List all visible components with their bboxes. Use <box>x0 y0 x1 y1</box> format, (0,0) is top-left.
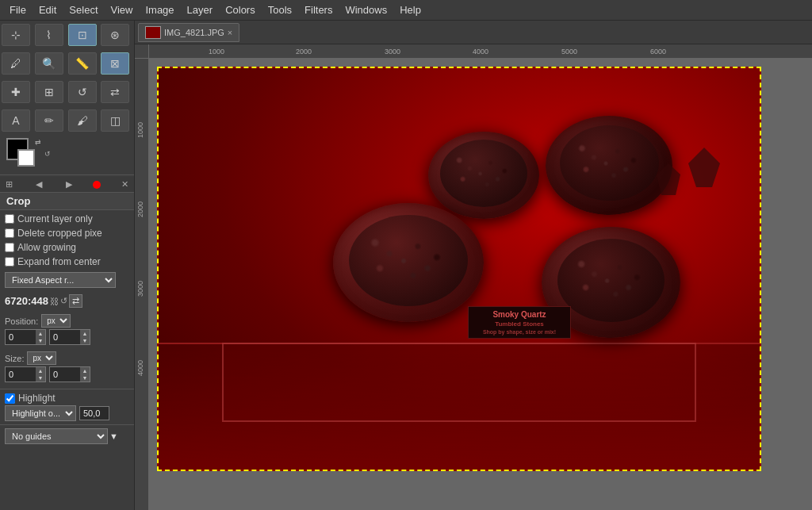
canvas-viewport[interactable]: Smoky Quartz Tumbled Stones Shop by shap… <box>149 59 812 510</box>
reset-dimensions-icon[interactable]: ↺ <box>60 296 67 306</box>
menu-windows[interactable]: Windows <box>339 2 393 17</box>
menu-file[interactable]: File <box>3 2 33 17</box>
top-ruler: 1000 2000 3000 4000 5000 6000 <box>149 44 812 59</box>
position-y-up[interactable]: ▲ <box>80 330 90 337</box>
position-y-down[interactable]: ▼ <box>80 337 90 344</box>
tab-bar: IMG_4821.JPG × <box>135 21 812 44</box>
position-y-wrap: 0 ▲ ▼ <box>49 329 90 345</box>
stones-back <box>449 147 519 201</box>
menu-edit[interactable]: Edit <box>33 2 63 17</box>
flip-tool[interactable]: ⇄ <box>101 81 129 103</box>
bowl-inner-back-right <box>560 125 659 201</box>
canvas-row: 1000 2000 3000 4000 <box>135 59 812 510</box>
current-layer-checkbox[interactable] <box>5 214 14 224</box>
ellipse-select-tool[interactable]: ⊹ <box>2 24 30 46</box>
rect-select-tool[interactable]: ⊡ <box>68 24 97 46</box>
position-x-wrap: 0 ▲ ▼ <box>5 329 46 345</box>
forward-icon[interactable]: ▶ <box>63 178 75 190</box>
size-x-spinners: ▲ ▼ <box>36 367 45 382</box>
expand-from-center-option: Expand from center <box>5 256 129 267</box>
highlight-checkbox[interactable] <box>5 393 15 404</box>
size-y-wrap: 0 ▲ ▼ <box>49 366 90 382</box>
delete-cropped-checkbox[interactable] <box>5 228 14 238</box>
highlight-section: Highlight Highlight o... <box>0 389 134 424</box>
highlight-type-select[interactable]: Highlight o... <box>5 405 76 421</box>
size-x-down[interactable]: ▼ <box>36 374 45 382</box>
size-inputs-row: 0 ▲ ▼ 0 ▲ ▼ <box>5 366 129 382</box>
fuzzy-select-tool[interactable]: ⊛ <box>101 24 129 46</box>
text-tool[interactable]: A <box>2 109 30 132</box>
toolbox: ⊹ ⌇ ⊡ ⊛ 🖊 🔍 📏 ⊠ ✚ ⊞ ↺ ⇄ A ✏ 🖌 ◫ <box>0 21 135 510</box>
size-y-down[interactable]: ▼ <box>80 374 90 382</box>
crop-tool[interactable]: ⊠ <box>101 52 129 75</box>
tool-options-panel: Current layer only Delete cropped pixe A… <box>0 210 134 387</box>
position-y-input[interactable]: 0 <box>50 331 80 343</box>
size-y-up[interactable]: ▲ <box>80 367 90 374</box>
ruler-marks-top: 1000 2000 3000 4000 5000 6000 <box>149 44 812 58</box>
no-guides-dropdown-icon[interactable]: ▼ <box>109 431 118 441</box>
allow-growing-checkbox[interactable] <box>5 243 14 252</box>
menu-layer[interactable]: Layer <box>181 2 220 17</box>
position-y-spinners: ▲ ▼ <box>80 330 90 344</box>
menu-select[interactable]: Select <box>63 2 104 17</box>
ruler-vert-1000: 1000 <box>136 122 144 138</box>
zoom-tool[interactable]: 🔍 <box>35 52 63 75</box>
back-icon[interactable]: ◀ <box>33 178 44 190</box>
fixed-aspect-select[interactable]: Fixed Aspect r... <box>5 272 116 288</box>
align-tool[interactable]: ⊞ <box>35 81 63 103</box>
swap-dimensions-icon[interactable]: ⇄ <box>69 294 82 308</box>
image-tab[interactable]: IMG_4821.JPG × <box>138 23 239 42</box>
no-guides-select[interactable]: No guides <box>5 428 108 444</box>
measure-tool[interactable]: 📏 <box>68 52 97 75</box>
red-dot-indicator <box>93 181 101 189</box>
reset-colors-icon[interactable]: ↺ <box>44 150 51 158</box>
delete-cropped-label: Delete cropped pixe <box>17 228 102 239</box>
size-x-up[interactable]: ▲ <box>36 367 45 374</box>
highlight-value-input[interactable] <box>79 406 109 420</box>
tool-icons-primary: ⊹ ⌇ ⊡ ⊛ <box>0 21 134 49</box>
swap-colors-icon[interactable]: ⇄ <box>35 138 41 146</box>
size-group: Size: px 0 ▲ ▼ 0 <box>5 351 129 382</box>
close-panel-icon[interactable]: ✕ <box>119 178 131 190</box>
size-y-spinners: ▲ ▼ <box>80 367 90 382</box>
eraser-tool[interactable]: ◫ <box>101 109 129 132</box>
menu-image[interactable]: Image <box>139 2 180 17</box>
sign-line2: Tumbled Stones <box>473 320 565 328</box>
menu-tools[interactable]: Tools <box>262 2 298 17</box>
size-unit-select[interactable]: px <box>27 351 56 365</box>
fixed-aspect-row: Fixed Aspect r... <box>5 272 129 288</box>
position-x-down[interactable]: ▼ <box>36 337 45 344</box>
new-toolbox-icon[interactable]: ⊞ <box>3 178 15 190</box>
move-tool[interactable]: ✚ <box>2 81 30 103</box>
pencil-tool[interactable]: ✏ <box>35 109 63 132</box>
position-x-up[interactable]: ▲ <box>36 330 45 337</box>
ruler-mark-2000: 2000 <box>296 48 312 56</box>
transform-tool[interactable]: ↺ <box>68 81 97 103</box>
color-pick-tool[interactable]: 🖊 <box>2 52 30 75</box>
paintbrush-tool[interactable]: 🖌 <box>68 109 97 132</box>
position-unit-select[interactable]: px <box>41 314 71 328</box>
menu-colors[interactable]: Colors <box>219 2 262 17</box>
expand-center-label: Expand from center <box>17 256 101 267</box>
position-x-input[interactable]: 0 <box>6 331 36 343</box>
allow-growing-label: Allow growing <box>17 242 76 253</box>
color-boxes[interactable]: ⇄ <box>6 138 41 170</box>
image-canvas[interactable]: Smoky Quartz Tumbled Stones Shop by shap… <box>157 67 761 471</box>
background-color[interactable] <box>17 149 35 167</box>
menu-help[interactable]: Help <box>393 2 427 17</box>
size-y-input[interactable]: 0 <box>50 368 80 381</box>
tab-close-button[interactable]: × <box>228 28 232 37</box>
chain-icon[interactable]: ⛓ <box>50 297 59 306</box>
current-layer-option: Current layer only <box>5 213 129 224</box>
bowl-front-center <box>333 203 484 322</box>
size-x-input[interactable]: 0 <box>6 368 36 381</box>
menu-filters[interactable]: Filters <box>298 2 339 17</box>
main-area: ⊹ ⌇ ⊡ ⊛ 🖊 🔍 📏 ⊠ ✚ ⊞ ↺ ⇄ A ✏ 🖌 ◫ <box>0 21 812 510</box>
free-select-tool[interactable]: ⌇ <box>35 24 63 46</box>
bowl-inner-back <box>440 140 527 207</box>
size-label: Size: <box>5 354 24 363</box>
menu-view[interactable]: View <box>105 2 140 17</box>
expand-center-checkbox[interactable] <box>5 257 14 267</box>
ruler-mark-3000: 3000 <box>385 48 400 56</box>
position-x-spinners: ▲ ▼ <box>36 330 45 344</box>
